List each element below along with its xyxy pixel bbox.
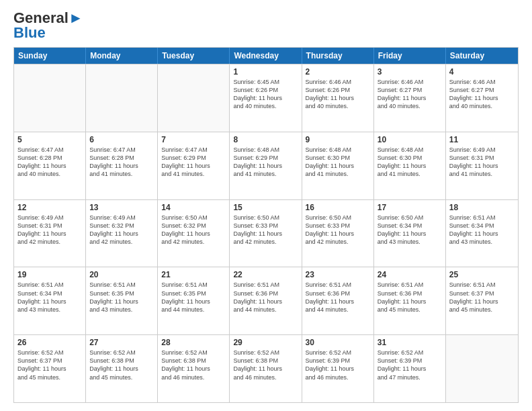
day-number: 22 (233, 270, 298, 279)
logo-text: General► (13, 11, 83, 26)
day-number: 17 (378, 203, 442, 212)
day-info: Sunrise: 6:50 AMSunset: 6:34 PMDaylight:… (378, 214, 442, 246)
day-info: Sunrise: 6:47 AMSunset: 6:28 PMDaylight:… (17, 146, 82, 179)
day-info: Sunrise: 6:48 AMSunset: 6:30 PMDaylight:… (306, 146, 370, 179)
day-number: 26 (17, 338, 82, 347)
day-number: 31 (378, 338, 442, 347)
day-info: Sunrise: 6:52 AMSunset: 6:37 PMDaylight:… (17, 349, 82, 381)
weekday-header: Sunday (14, 48, 86, 64)
calendar-cell (14, 64, 86, 132)
weekday-header: Wednesday (230, 48, 302, 64)
calendar-row: 26Sunrise: 6:52 AMSunset: 6:37 PMDayligh… (14, 334, 518, 402)
day-number: 14 (161, 203, 226, 212)
calendar-cell: 20Sunrise: 6:51 AMSunset: 6:35 PMDayligh… (86, 267, 158, 334)
day-info: Sunrise: 6:46 AMSunset: 6:26 PMDaylight:… (306, 78, 370, 111)
day-info: Sunrise: 6:51 AMSunset: 6:36 PMDaylight:… (378, 281, 442, 314)
day-number: 5 (17, 135, 82, 144)
day-info: Sunrise: 6:51 AMSunset: 6:37 PMDaylight:… (449, 281, 515, 314)
calendar-cell: 13Sunrise: 6:49 AMSunset: 6:32 PMDayligh… (86, 200, 158, 267)
day-info: Sunrise: 6:50 AMSunset: 6:33 PMDaylight:… (233, 214, 298, 246)
calendar-cell: 10Sunrise: 6:48 AMSunset: 6:30 PMDayligh… (374, 132, 446, 199)
day-info: Sunrise: 6:51 AMSunset: 6:36 PMDaylight:… (233, 281, 298, 314)
day-number: 9 (306, 135, 370, 144)
day-number: 21 (161, 270, 226, 279)
day-info: Sunrise: 6:52 AMSunset: 6:38 PMDaylight:… (233, 349, 298, 381)
calendar-cell (446, 335, 518, 402)
calendar-cell: 29Sunrise: 6:52 AMSunset: 6:38 PMDayligh… (230, 335, 302, 402)
day-number: 25 (449, 270, 515, 279)
calendar-row: 5Sunrise: 6:47 AMSunset: 6:28 PMDaylight… (14, 132, 518, 199)
day-info: Sunrise: 6:46 AMSunset: 6:27 PMDaylight:… (449, 78, 515, 111)
day-number: 19 (17, 270, 82, 279)
calendar-cell: 7Sunrise: 6:47 AMSunset: 6:29 PMDaylight… (158, 132, 230, 199)
calendar: SundayMondayTuesdayWednesdayThursdayFrid… (13, 47, 519, 403)
day-number: 15 (233, 203, 298, 212)
weekday-header: Friday (374, 48, 446, 64)
calendar-cell: 18Sunrise: 6:51 AMSunset: 6:34 PMDayligh… (446, 200, 518, 267)
calendar-cell: 9Sunrise: 6:48 AMSunset: 6:30 PMDaylight… (302, 132, 374, 199)
day-info: Sunrise: 6:50 AMSunset: 6:32 PMDaylight:… (161, 214, 226, 246)
weekday-header: Tuesday (158, 48, 230, 64)
day-info: Sunrise: 6:46 AMSunset: 6:27 PMDaylight:… (378, 78, 442, 111)
calendar-cell: 17Sunrise: 6:50 AMSunset: 6:34 PMDayligh… (374, 200, 446, 267)
day-number: 10 (378, 135, 442, 144)
day-info: Sunrise: 6:45 AMSunset: 6:26 PMDaylight:… (233, 78, 298, 111)
calendar-cell: 5Sunrise: 6:47 AMSunset: 6:28 PMDaylight… (14, 132, 86, 199)
calendar-cell: 25Sunrise: 6:51 AMSunset: 6:37 PMDayligh… (446, 267, 518, 334)
day-number: 29 (233, 338, 298, 347)
day-number: 7 (161, 135, 226, 144)
day-info: Sunrise: 6:51 AMSunset: 6:34 PMDaylight:… (449, 214, 515, 246)
calendar-cell: 2Sunrise: 6:46 AMSunset: 6:26 PMDaylight… (302, 64, 374, 132)
day-number: 1 (233, 67, 298, 77)
day-number: 13 (89, 203, 154, 212)
day-info: Sunrise: 6:52 AMSunset: 6:39 PMDaylight:… (378, 349, 442, 381)
day-info: Sunrise: 6:49 AMSunset: 6:31 PMDaylight:… (449, 146, 515, 179)
day-info: Sunrise: 6:49 AMSunset: 6:31 PMDaylight:… (17, 214, 82, 246)
calendar-cell (158, 64, 230, 132)
day-info: Sunrise: 6:51 AMSunset: 6:35 PMDaylight:… (161, 281, 226, 314)
calendar-cell: 16Sunrise: 6:50 AMSunset: 6:33 PMDayligh… (302, 200, 374, 267)
calendar-cell: 24Sunrise: 6:51 AMSunset: 6:36 PMDayligh… (374, 267, 446, 334)
calendar-cell: 14Sunrise: 6:50 AMSunset: 6:32 PMDayligh… (158, 200, 230, 267)
calendar-cell: 21Sunrise: 6:51 AMSunset: 6:35 PMDayligh… (158, 267, 230, 334)
calendar-cell: 31Sunrise: 6:52 AMSunset: 6:39 PMDayligh… (374, 335, 446, 402)
calendar-cell (86, 64, 158, 132)
day-number: 16 (306, 203, 370, 212)
page: General► Blue SundayMondayTuesdayWednesd… (0, 0, 532, 411)
day-number: 23 (306, 270, 370, 279)
weekday-header: Thursday (302, 48, 374, 64)
day-number: 20 (89, 270, 154, 279)
day-info: Sunrise: 6:51 AMSunset: 6:35 PMDaylight:… (89, 281, 154, 314)
day-number: 30 (306, 338, 370, 347)
calendar-cell: 8Sunrise: 6:48 AMSunset: 6:29 PMDaylight… (230, 132, 302, 199)
calendar-cell: 19Sunrise: 6:51 AMSunset: 6:34 PMDayligh… (14, 267, 86, 334)
calendar-cell: 30Sunrise: 6:52 AMSunset: 6:39 PMDayligh… (302, 335, 374, 402)
day-number: 2 (306, 67, 370, 77)
logo: General► Blue (13, 11, 83, 40)
weekday-header: Saturday (446, 48, 518, 64)
day-number: 18 (449, 203, 515, 212)
day-info: Sunrise: 6:48 AMSunset: 6:30 PMDaylight:… (378, 146, 442, 179)
day-number: 27 (89, 338, 154, 347)
calendar-body: 1Sunrise: 6:45 AMSunset: 6:26 PMDaylight… (14, 64, 518, 402)
calendar-header: SundayMondayTuesdayWednesdayThursdayFrid… (14, 48, 518, 64)
day-number: 8 (233, 135, 298, 144)
day-number: 6 (89, 135, 154, 144)
day-info: Sunrise: 6:51 AMSunset: 6:36 PMDaylight:… (306, 281, 370, 314)
logo-blue-text: Blue (13, 26, 46, 40)
day-info: Sunrise: 6:52 AMSunset: 6:38 PMDaylight:… (89, 349, 154, 381)
calendar-row: 1Sunrise: 6:45 AMSunset: 6:26 PMDaylight… (14, 64, 518, 132)
calendar-cell: 12Sunrise: 6:49 AMSunset: 6:31 PMDayligh… (14, 200, 86, 267)
day-info: Sunrise: 6:52 AMSunset: 6:38 PMDaylight:… (161, 349, 226, 381)
day-info: Sunrise: 6:47 AMSunset: 6:29 PMDaylight:… (161, 146, 226, 179)
calendar-row: 19Sunrise: 6:51 AMSunset: 6:34 PMDayligh… (14, 267, 518, 334)
day-info: Sunrise: 6:52 AMSunset: 6:39 PMDaylight:… (306, 349, 370, 381)
day-info: Sunrise: 6:48 AMSunset: 6:29 PMDaylight:… (233, 146, 298, 179)
calendar-cell: 3Sunrise: 6:46 AMSunset: 6:27 PMDaylight… (374, 64, 446, 132)
calendar-row: 12Sunrise: 6:49 AMSunset: 6:31 PMDayligh… (14, 199, 518, 267)
day-info: Sunrise: 6:50 AMSunset: 6:33 PMDaylight:… (306, 214, 370, 246)
day-info: Sunrise: 6:49 AMSunset: 6:32 PMDaylight:… (89, 214, 154, 246)
day-number: 12 (17, 203, 82, 212)
calendar-cell: 23Sunrise: 6:51 AMSunset: 6:36 PMDayligh… (302, 267, 374, 334)
calendar-cell: 26Sunrise: 6:52 AMSunset: 6:37 PMDayligh… (14, 335, 86, 402)
